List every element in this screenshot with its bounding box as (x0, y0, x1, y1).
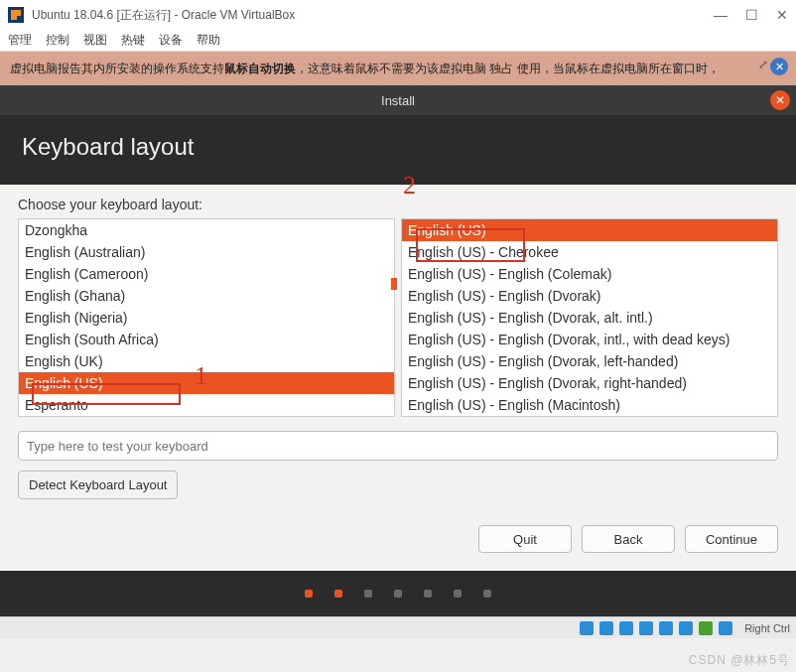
continue-button[interactable]: Continue (685, 525, 778, 553)
status-usb-icon[interactable] (639, 621, 653, 635)
install-titlebar: Install ✕ (0, 85, 796, 115)
dot-6 (454, 590, 462, 598)
list-item[interactable]: English (US) - English (Dvorak) (402, 285, 777, 307)
dot-3 (364, 590, 372, 598)
layout-variant-list[interactable]: English (US)English (US) - CherokeeEngli… (401, 218, 778, 417)
dot-2 (334, 590, 342, 598)
virtualbox-statusbar: Right Ctrl (0, 616, 796, 638)
list-item[interactable]: English (US) - English (Dvorak, alt. int… (402, 307, 777, 329)
annotation-1: 1 (195, 361, 207, 391)
list-item[interactable]: English (Cameroon) (19, 263, 394, 285)
list-item[interactable]: English (South Africa) (19, 329, 394, 350)
keyboard-layout-heading: Keyboard layout (0, 115, 796, 185)
virtualbox-menubar: 管理 控制 视图 热键 设备 帮助 (0, 30, 796, 52)
choose-label: Choose your keyboard layout: (18, 197, 778, 212)
annotation-2: 2 (403, 171, 416, 201)
dot-1 (305, 590, 313, 598)
notice-post: ，这意味着鼠标不需要为该虚拟电脑 独占 使用，当鼠标在虚拟电脑所在窗口时， (296, 61, 720, 77)
close-button[interactable]: ✕ (776, 7, 788, 23)
back-button[interactable]: Back (582, 525, 675, 553)
watermark: CSDN @林林5号 (689, 652, 790, 669)
maximize-button[interactable]: ☐ (745, 7, 758, 23)
menu-manage[interactable]: 管理 (8, 32, 32, 49)
notice-bold: 鼠标自动切换 (224, 61, 296, 77)
list-item[interactable]: English (US) - English (Colemak) (402, 263, 777, 285)
dot-5 (424, 590, 432, 598)
mouse-capture-notice: 虚拟电脑报告其内所安装的操作系统支持 鼠标自动切换 ，这意味着鼠标不需要为该虚拟… (0, 52, 796, 85)
install-title: Install (381, 93, 415, 108)
notice-close-icon[interactable]: ✕ (770, 58, 788, 75)
nav-button-row: Quit Back Continue (18, 525, 778, 553)
dot-4 (394, 590, 402, 598)
list-item[interactable]: English (US) - English (Dvorak, left-han… (402, 350, 777, 372)
list-item[interactable]: English (US) - Cherokee (402, 241, 777, 263)
status-net-icon[interactable] (619, 621, 633, 635)
menu-control[interactable]: 控制 (46, 32, 69, 49)
install-window: Install ✕ Keyboard layout S Choose your … (0, 85, 796, 616)
list-item[interactable]: Esperanto (19, 394, 394, 416)
status-mouse-icon[interactable] (719, 621, 732, 635)
test-keyboard-input[interactable] (18, 431, 778, 461)
list-item[interactable]: English (Ghana) (19, 285, 394, 307)
install-close-icon[interactable]: ✕ (770, 90, 790, 110)
left-scroll-thumb[interactable] (391, 278, 397, 290)
status-record-icon[interactable] (699, 621, 713, 635)
list-item[interactable]: English (Australian) (19, 241, 394, 263)
notice-pre: 虚拟电脑报告其内所安装的操作系统支持 (10, 61, 224, 77)
quit-button[interactable]: Quit (478, 525, 572, 553)
status-cd-icon[interactable] (599, 621, 613, 635)
detect-keyboard-button[interactable]: Detect Keyboard Layout (18, 470, 178, 499)
notice-minimize-icon[interactable]: ⤢ (758, 58, 768, 71)
layout-lists: DzongkhaEnglish (Australian)English (Cam… (18, 218, 778, 417)
menu-view[interactable]: 视图 (83, 32, 107, 49)
keyboard-layout-panel: Choose your keyboard layout: 2 DzongkhaE… (0, 185, 796, 571)
list-item[interactable]: Dzongkha (19, 219, 394, 241)
host-key-label: Right Ctrl (744, 622, 790, 634)
status-hdd-icon[interactable] (580, 621, 594, 635)
dot-7 (483, 590, 491, 598)
list-item[interactable]: English (US) - English (Macintosh) (402, 394, 777, 416)
menu-help[interactable]: 帮助 (197, 32, 220, 49)
minimize-button[interactable]: — (714, 7, 728, 23)
list-item[interactable]: English (US) - English (Dvorak, intl., w… (402, 329, 777, 350)
virtualbox-titlebar: Ubuntu 18.04.6 [正在运行] - Oracle VM Virtua… (0, 0, 796, 30)
list-item[interactable]: English (US) (402, 219, 777, 241)
list-item[interactable]: English (Nigeria) (19, 307, 394, 329)
menu-devices[interactable]: 设备 (159, 32, 183, 49)
status-shared-icon[interactable] (659, 621, 673, 635)
progress-dots (0, 571, 796, 616)
list-item[interactable]: English (US) - English (Dvorak, right-ha… (402, 372, 777, 394)
virtualbox-logo-icon (8, 7, 24, 23)
menu-hotkey[interactable]: 热键 (121, 32, 145, 49)
status-display-icon[interactable] (679, 621, 693, 635)
vb-window-title: Ubuntu 18.04.6 [正在运行] - Oracle VM Virtua… (32, 7, 714, 24)
